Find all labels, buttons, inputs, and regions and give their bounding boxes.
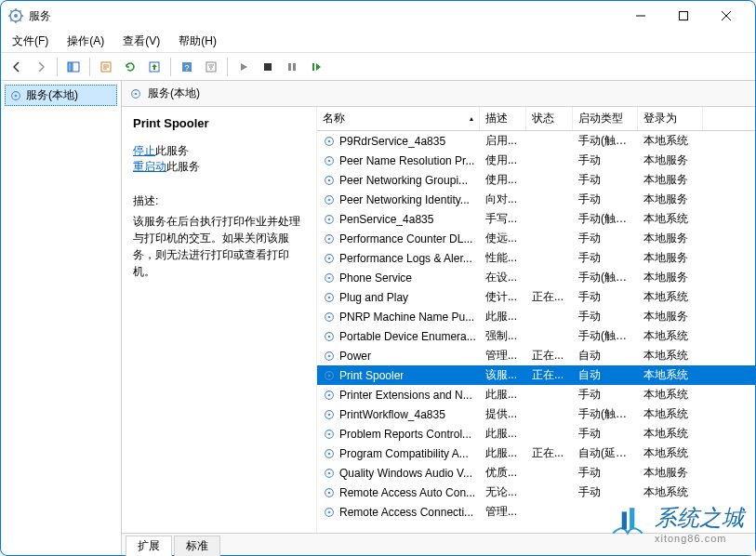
table-row[interactable]: Power管理...正在...自动本地系统 [317, 346, 755, 365]
gear-icon [323, 311, 336, 324]
table-row[interactable]: Peer Name Resolution Pr...使用...手动本地服务 [317, 151, 755, 170]
gear-icon [323, 506, 336, 519]
close-button[interactable] [705, 2, 748, 30]
service-startup: 手动(触发... [573, 209, 638, 229]
toolbar: ? [1, 53, 755, 81]
service-status: 正在... [526, 443, 573, 463]
table-row[interactable]: Program Compatibility A...此服...正在...自动(延… [317, 443, 755, 463]
column-status[interactable]: 状态 [526, 107, 573, 130]
show-hide-tree-button[interactable] [63, 57, 84, 77]
description-label: 描述: [133, 193, 305, 209]
service-status: 正在... [526, 365, 573, 385]
gear-icon [323, 213, 336, 226]
help-button[interactable]: ? [177, 57, 197, 77]
service-status [526, 510, 573, 514]
table-row[interactable]: Printer Extensions and N...此服...手动本地系统 [317, 385, 755, 404]
table-row[interactable]: Remote Access Auto Con...无论...手动本地系统 [317, 483, 755, 502]
back-button[interactable] [7, 57, 27, 77]
service-startup [573, 510, 638, 514]
tab-standard[interactable]: 标准 [174, 536, 220, 556]
service-name: Remote Access Auto Con... [339, 486, 475, 499]
svg-point-21 [328, 159, 331, 162]
svg-rect-12 [293, 63, 296, 71]
sort-arrow-icon: ▴ [470, 114, 473, 123]
svg-point-25 [328, 198, 331, 201]
column-startup[interactable]: 启动类型 [573, 107, 638, 130]
menu-help[interactable]: 帮助(H) [175, 32, 220, 51]
properties-button[interactable] [96, 57, 116, 77]
service-status: 正在... [526, 346, 573, 365]
table-row[interactable]: Problem Reports Control...此服...手动本地系统 [317, 424, 755, 443]
table-row[interactable]: PNRP Machine Name Pu...此服...手动本地服务 [317, 307, 755, 326]
service-status [526, 413, 573, 417]
table-row[interactable]: Peer Networking Groupi...使用...手动本地服务 [317, 170, 755, 190]
table-row[interactable]: Performance Counter DL...使远...手动本地服务 [317, 229, 755, 248]
service-logon: 本地服务 [638, 229, 703, 248]
tree-pane[interactable]: 服务(本地) [1, 81, 122, 555]
gear-icon [323, 486, 336, 499]
stop-link[interactable]: 停止 [133, 144, 155, 157]
service-startup: 手动 [573, 151, 638, 170]
tab-extended[interactable]: 扩展 [126, 536, 172, 556]
table-row[interactable]: Portable Device Enumera...强制...手动(触发...本… [317, 326, 755, 346]
refresh-button[interactable] [120, 57, 140, 77]
table-row[interactable]: Phone Service在设...手动(触发...本地服务 [317, 268, 755, 287]
titlebar[interactable]: 服务 [1, 1, 755, 31]
service-startup: 手动(触发... [573, 268, 638, 287]
service-logon: 本地服务 [638, 190, 703, 209]
table-row[interactable]: Print Spooler该服...正在...自动本地系统 [317, 365, 755, 385]
service-name: Performance Counter DL... [339, 232, 472, 245]
service-desc: 启用... [480, 131, 526, 151]
tree-root-item[interactable]: 服务(本地) [5, 85, 117, 106]
service-status [526, 335, 573, 338]
table-row[interactable]: Plug and Play使计...正在...手动本地系统 [317, 287, 755, 307]
column-name[interactable]: 名称▴ [317, 107, 480, 130]
svg-point-17 [135, 92, 138, 95]
list-body[interactable]: P9RdrService_4a835启用...手动(触发...本地系统Peer … [317, 131, 755, 533]
table-row[interactable]: Quality Windows Audio V...优质...手动本地服务 [317, 463, 755, 483]
table-row[interactable]: Performance Logs & Aler...性能...手动本地服务 [317, 248, 755, 268]
pause-service-button[interactable] [282, 57, 302, 77]
service-name: PrintWorkflow_4a835 [339, 408, 445, 421]
table-row[interactable]: Peer Networking Identity...向对...手动本地服务 [317, 190, 755, 209]
table-row[interactable]: Remote Access Connecti...管理... [317, 502, 755, 522]
start-service-button[interactable] [233, 57, 254, 77]
service-desc: 无论... [480, 483, 526, 502]
service-name: PNRP Machine Name Pu... [339, 311, 474, 324]
menu-view[interactable]: 查看(V) [119, 32, 164, 51]
restart-link[interactable]: 重启动 [133, 160, 166, 173]
table-row[interactable]: PenService_4a835手写...手动(触发...本地系统 [317, 209, 755, 229]
gear-icon [323, 154, 336, 167]
service-startup: 自动 [573, 365, 638, 385]
table-row[interactable]: PrintWorkflow_4a835提供...手动(触发...本地系统 [317, 404, 755, 424]
restart-service-button[interactable] [306, 57, 326, 77]
service-logon: 本地系统 [638, 131, 703, 151]
service-logon: 本地服务 [638, 268, 703, 287]
export-button[interactable] [144, 57, 165, 77]
service-name: Printer Extensions and N... [339, 389, 472, 402]
menu-file[interactable]: 文件(F) [8, 32, 52, 51]
service-desc: 强制... [480, 326, 526, 346]
forward-button[interactable] [31, 57, 51, 77]
maximize-button[interactable] [662, 2, 705, 30]
stop-service-button[interactable] [258, 57, 278, 77]
selected-service-name: Print Spooler [133, 116, 305, 130]
service-desc: 优质... [480, 463, 526, 483]
service-desc: 使用... [480, 170, 526, 190]
minimize-button[interactable] [619, 2, 662, 30]
menu-action[interactable]: 操作(A) [63, 32, 108, 51]
gear-icon [323, 350, 336, 363]
filter-button[interactable] [201, 57, 221, 77]
service-desc: 管理... [480, 502, 526, 522]
gear-icon [323, 271, 336, 285]
column-desc[interactable]: 描述 [480, 107, 526, 130]
column-logon[interactable]: 登录为 [638, 107, 703, 130]
service-name: Power [339, 350, 371, 363]
service-startup: 手动 [573, 385, 638, 404]
table-row[interactable]: P9RdrService_4a835启用...手动(触发...本地系统 [317, 131, 755, 151]
service-startup: 手动 [573, 248, 638, 268]
svg-rect-10 [264, 63, 272, 71]
pane-header-title: 服务(本地) [148, 86, 200, 101]
service-name: Peer Name Resolution Pr... [339, 154, 474, 167]
gear-icon [323, 135, 336, 148]
